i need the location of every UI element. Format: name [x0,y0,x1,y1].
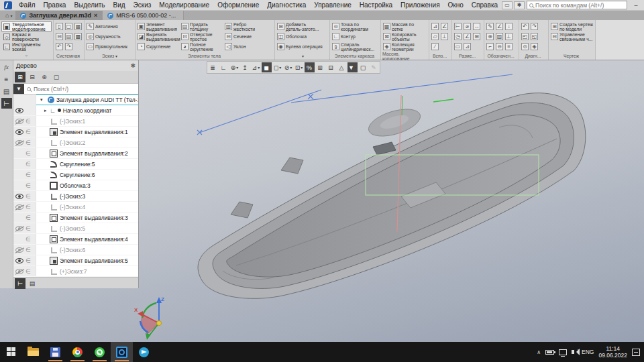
battery-icon[interactable] [545,350,554,355]
ribbon-button[interactable]: ▭ Прямоугольник [86,42,129,52]
ribbon-button[interactable]: ⊠ Копировать объекты [382,32,426,42]
taskbar-app-button[interactable] [44,342,66,362]
ribbon-button[interactable]: ↷ [530,21,539,32]
ribbon-button[interactable]: ▦ [74,21,83,32]
ribbon-collapse-chevron[interactable]: ⌄ [1,52,52,60]
tree-item-row[interactable]: ∈ (+)Эскиз:7 [13,266,138,277]
dropdown-arrow-icon[interactable]: ▾ [290,65,292,70]
tree-root-row[interactable]: ▾ Заглушка двери AUDI TT (Тел-1) [13,95,138,105]
ribbon-button[interactable]: ⊢ [453,21,463,32]
menu-item[interactable]: Диагностика [263,1,310,9]
menu-item[interactable]: Окно [444,1,468,9]
tree-item-row[interactable]: ∈ (-)Эскиз:1 [13,116,138,127]
ribbon-button[interactable]: ✎ Автолиния [86,21,129,32]
command-search[interactable] [527,1,627,9]
visibility-eye-icon[interactable] [15,140,23,145]
menu-item[interactable]: Приложения [396,1,444,9]
menu-item[interactable]: Файл [15,1,40,9]
menu-item[interactable]: Оформление [213,1,263,9]
ribbon-button[interactable]: ▢ [64,21,74,32]
viewport-tool-button[interactable]: ◼ [262,62,272,72]
ribbon-button[interactable]: ⌀ [463,21,472,32]
ribbon-button[interactable]: ◈ Коллекция геометрии [382,42,426,52]
ribbon-button[interactable]: ▨ [495,32,504,42]
tree-toolbar-button[interactable]: ⊞ [15,72,25,82]
ribbon-button[interactable]: ▭ [453,42,463,52]
ribbon-button[interactable]: ◔ Скругление [137,42,180,52]
construction-tick-green[interactable] [433,99,453,102]
dropdown-arrow-icon[interactable]: ▾ [258,65,260,70]
ribbon-button[interactable]: ◱ [530,32,539,42]
tree-item-row[interactable]: ∈ Элемент выдавливания:3 [13,213,138,223]
panel-strip-button[interactable]: ⊢ [1,98,12,109]
ribbon-button[interactable]: ▩ [74,32,83,42]
visibility-eye-icon[interactable] [15,194,23,199]
tree-toolbar-button[interactable]: ▢ [51,72,62,82]
ribbon-button[interactable]: ⌐ [486,42,495,52]
chevron-collapsed-icon[interactable]: ▸ [44,108,50,113]
ribbon-button[interactable]: ↶ [55,42,64,52]
ribbon-button[interactable]: ▱ [431,32,440,42]
tree-origin-row[interactable]: ▸ ∟ Начало координат [13,105,138,116]
ribbon-button[interactable]: ∠ [463,32,472,42]
tree-toolbar-button[interactable]: ⊟ [27,72,38,82]
viewport-tool-button[interactable]: ⊿ ▾ [251,62,261,72]
taskbar-app-button[interactable] [133,342,155,362]
tree-item-row[interactable]: ∈ (-)Эскиз:5 [13,223,138,234]
ribbon-button[interactable]: ▥ Ребро жесткости [224,21,268,32]
ribbon-button[interactable]: ∠ [495,21,504,32]
ribbon-button[interactable]: ⊙ Точка по координатам [331,21,375,32]
visibility-eye-icon[interactable] [15,129,23,135]
ribbon-button[interactable]: ◕ Полное скругление [180,42,224,52]
tree-item-row[interactable]: ∈ (-)Эскиз:4 [13,202,138,213]
taskbar-app-button[interactable] [66,342,89,362]
ribbon-button[interactable]: ⊡ Отверстие простое [180,32,224,42]
document-tab[interactable]: MRS-6 050.000-02 -... [103,11,184,20]
ribbon-button[interactable]: ⊞ Создать чертеж по модели [550,21,595,32]
tree-item-row[interactable]: ∈ Элемент выдавливания:2 [13,148,138,159]
ribbon-button[interactable]: ▤ [64,32,74,42]
viewport-tool-button[interactable]: ✎ [369,62,379,72]
dropdown-arrow-icon[interactable]: ▾ [236,65,238,70]
viewport-tool-button[interactable]: ≣ [208,62,218,72]
panel-strip-button[interactable]: ≡ [1,74,12,84]
menu-item[interactable]: Настройка [356,1,396,9]
tab-close-icon[interactable]: × [94,12,97,19]
tree-item-row[interactable]: ∈ Скругление:6 [13,170,138,180]
clip-tab-1[interactable] [281,158,303,174]
ribbon-button[interactable]: ◪ Вырезать выдавливанием [137,32,180,42]
tree-bottom-tab[interactable]: ⊢ [15,278,25,289]
visibility-eye-icon[interactable] [15,108,23,113]
ribbon-button[interactable]: ∠ [440,21,449,32]
ribbon-button[interactable]: ◈ [530,42,539,52]
ribbon-button[interactable]: ◫ Оболочка [276,32,324,42]
visibility-eye-icon[interactable] [15,247,23,253]
ribbon-button[interactable]: ▯ [55,21,64,32]
ribbon-button[interactable]: ↔ [472,21,482,32]
tree-root-selection[interactable]: ▾ Заглушка двери AUDI TT (Тел-1) [36,95,138,105]
viewport-tool-button[interactable]: ⊟ [326,62,336,72]
visibility-eye-icon[interactable] [15,258,23,263]
ribbon-button[interactable]: ≡ [504,42,514,52]
model-body[interactable] [198,93,586,299]
panel-strip-button[interactable]: fx [1,62,12,72]
ribbon-button[interactable]: ⊟ [55,32,64,42]
menu-item[interactable]: Выделить [70,1,109,9]
taskbar-app-button[interactable] [22,342,44,362]
menu-quick-icon[interactable]: ▭ [502,1,513,9]
ribbon-button[interactable]: ⊞ Добавить деталь-загото... [276,21,324,32]
ribbon-button[interactable]: ▦ Массив по сетке [382,21,426,32]
tree-search-input[interactable] [34,86,138,93]
clock[interactable]: 11:14 09.06.2022 [598,345,627,359]
viewport-tool-button[interactable]: ⊕ ▾ [229,62,239,72]
menu-quick-icon[interactable]: ✱ [514,1,525,9]
network-icon[interactable] [559,349,567,355]
ribbon-button[interactable]: ⊥ [504,32,514,42]
ribbon-button[interactable]: ⊙ [521,42,530,52]
ribbon-button[interactable]: ⊿ [431,21,440,32]
viewport-tool-button[interactable]: ⊘ ▾ [283,62,293,72]
ribbon-button[interactable]: ⊥ [440,32,449,42]
visibility-eye-icon[interactable] [15,226,23,231]
viewport-tool-button[interactable]: ◻ ▾ [272,62,282,72]
ribbon-button[interactable]: ⊞ [472,32,482,42]
